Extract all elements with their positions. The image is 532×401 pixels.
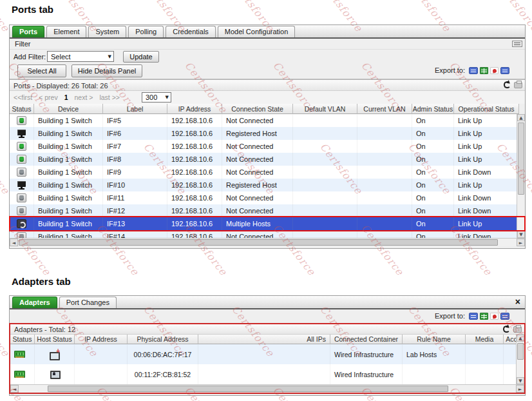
adapters-tab-port-changes[interactable]: Port Changes [59,297,117,308]
filter-select-value: Select [51,53,71,61]
pager-first[interactable]: <<first [14,93,32,101]
pdf-export-icon[interactable] [490,67,499,74]
cell: 192.168.10.6 [167,230,222,238]
scroll-left-icon[interactable]: ◄ [10,385,19,393]
column-header-status[interactable]: Status [10,104,34,114]
port-up-icon [17,142,26,151]
adapters-red-annotation-box: Adapters - Total: 12 StatusHost StatusIP… [9,323,526,394]
cell: On [412,230,454,238]
ports-tab-system[interactable]: System [88,26,126,37]
collapse-panel-icon[interactable] [512,41,522,47]
scrollbar-thumb[interactable] [48,386,448,392]
hide-details-panel-button[interactable]: Hide Details Panel [71,64,142,77]
pager-prev[interactable]: < prev [39,93,57,101]
column-header-host-status[interactable]: Host Status [35,335,75,344]
ports-tab-element[interactable]: Element [46,26,86,37]
table-row[interactable]: Building 1 SwitchIF#12192.168.10.6Not Co… [10,204,519,217]
filter-select[interactable]: Select ▼ [47,51,114,62]
column-header-ip-address[interactable]: IP Address [75,335,128,344]
table-row[interactable]: Building 1 SwitchIF#5192.168.10.6Not Con… [10,114,519,127]
scroll-up-icon[interactable]: ▲ [517,114,525,121]
scroll-down-icon[interactable]: ▼ [517,231,525,238]
table-row[interactable]: 00:06:D6:AC:7F:17Wired InfrastructureLab… [10,344,520,364]
scrollbar-thumb[interactable] [19,239,498,246]
scroll-up-icon[interactable]: ▲ [517,335,524,342]
scroll-right-icon[interactable]: ► [517,239,525,246]
refresh-icon[interactable] [504,81,511,88]
html-export-icon[interactable] [500,313,509,320]
csv-export-icon[interactable] [469,313,478,320]
column-header-connection-state[interactable]: Connection State [222,104,293,114]
cell: IF#10 [103,179,167,191]
adapters-vertical-scrollbar[interactable]: ▲ ▼ [516,335,524,384]
ports-table-header: StatusDeviceLabelIP AddressConnection St… [10,104,519,114]
table-row[interactable]: Building 1 SwitchIF#6192.168.10.6Registe… [10,127,519,140]
cell: On [412,140,454,153]
ports-horizontal-scrollbar[interactable]: ◄ ► [10,238,525,246]
table-row[interactable]: Building 1 SwitchIF#10192.168.10.6Regist… [10,179,519,191]
update-button[interactable]: Update [123,51,159,63]
cell [198,344,330,364]
column-header-status[interactable]: Status [10,335,35,344]
xls-export-icon[interactable] [480,313,488,320]
table-row-selected[interactable]: Building 1 SwitchIF#13192.168.10.6Multip… [10,217,519,230]
pager-next[interactable]: next > [75,93,93,101]
column-header-rule-name[interactable]: Rule Name [403,335,466,344]
column-header-ip-address[interactable]: IP Address [167,104,222,114]
cell: Link Down [454,230,519,238]
status-cell [10,217,34,230]
csv-export-icon[interactable] [469,67,478,74]
column-header-all-ips[interactable]: All IPs [198,335,330,344]
cell [357,140,412,153]
cell: 192.168.10.6 [167,153,222,166]
cell: Link Down [454,166,519,179]
table-row[interactable]: Building 1 SwitchIF#9192.168.10.6Not Con… [10,166,519,179]
cell: On [412,204,454,217]
column-header-physical-address[interactable]: Physical Address [128,335,198,344]
column-header-current-vlan[interactable]: Current VLAN [357,104,412,114]
html-export-icon[interactable] [500,67,509,74]
column-header-connected-container[interactable]: Connected Container [330,335,403,344]
ports-tab-model-configuration[interactable]: Model Configuration [218,26,295,37]
table-row[interactable]: Building 1 SwitchIF#14192.168.10.6Not Co… [10,230,519,238]
close-icon[interactable]: × [515,297,520,306]
scroll-left-icon[interactable]: ◄ [10,239,18,246]
column-header-label[interactable]: Label [103,104,167,114]
table-row[interactable]: 00:11:2F:CB:81:52Wired Infrastructure [10,364,520,384]
table-row[interactable]: Building 1 SwitchIF#7192.168.10.6Not Con… [10,140,519,153]
cell: Multiple Hosts [222,217,293,230]
status-cell [10,191,34,204]
chevron-down-icon: ▼ [166,95,169,100]
column-header-operational-status[interactable]: Operational Status [454,104,519,114]
column-header-admin-status[interactable]: Admin Status [412,104,454,114]
select-all-button[interactable]: Select All [17,64,66,77]
cell [293,127,357,140]
adapters-export-group: Export to: [435,312,509,320]
adapters-horizontal-scrollbar[interactable]: ◄ ► [10,384,524,393]
column-header-device[interactable]: Device [34,104,103,114]
ports-tab-ports[interactable]: Ports [12,26,44,37]
print-icon[interactable] [514,82,522,88]
page-size-select[interactable]: 300 ▼ [142,92,171,103]
cell: 192.168.10.6 [167,114,222,127]
scrollbar-thumb[interactable] [517,343,524,360]
ports-vertical-scrollbar[interactable]: ▲ ▼ [517,114,525,238]
ports-tab-credentials[interactable]: Credentials [166,26,216,37]
scroll-down-icon[interactable]: ▼ [517,377,524,384]
xls-export-icon[interactable] [480,67,488,74]
table-row[interactable]: Building 1 SwitchIF#8192.168.10.6Not Con… [10,153,519,166]
table-row[interactable]: Building 1 SwitchIF#11192.168.10.6Not Co… [10,191,519,204]
adapters-tab-adapters[interactable]: Adapters [12,297,57,308]
scrollbar-thumb[interactable] [518,122,524,195]
column-header-media[interactable]: Media [466,335,504,344]
column-header-default-vlan[interactable]: Default VLAN [293,104,357,114]
ports-panel: PortsElementSystemPollingCredentialsMode… [9,24,526,249]
pager-last[interactable]: last >> [99,93,120,101]
ports-tab-polling[interactable]: Polling [128,26,164,37]
ports-tabstrip: PortsElementSystemPollingCredentialsMode… [10,25,525,39]
print-icon[interactable] [513,326,522,333]
pdf-export-icon[interactable] [490,313,499,320]
refresh-icon[interactable] [503,326,510,333]
page: Ports tab PortsElementSystemPollingCrede… [0,0,532,401]
scroll-right-icon[interactable]: ► [516,385,524,393]
